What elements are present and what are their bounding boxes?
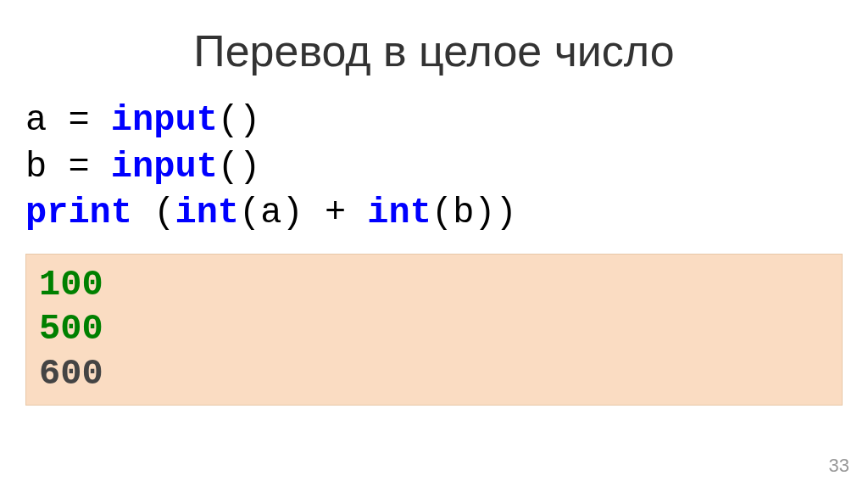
output-line-2: 500 [39,307,829,352]
code-text: (b)) [431,193,517,233]
keyword-print: print [25,193,153,233]
keyword-int: int [175,193,239,233]
keyword-input: input [111,147,218,188]
code-text: () [218,100,260,141]
code-text: () [218,147,260,188]
slide-title: Перевод в целое число [0,0,868,98]
code-text: ( [153,193,175,233]
code-line-2: b = input() [25,144,868,191]
code-text: b = [25,147,111,188]
keyword-input: input [111,100,218,141]
code-text: a = [25,100,111,141]
code-line-3: print (int(a) + int(b)) [25,190,868,237]
keyword-int: int [367,193,431,233]
output-line-3: 600 [39,352,829,397]
output-box: 100 500 600 [25,254,843,406]
page-number: 33 [829,455,849,477]
output-line-1: 100 [39,263,829,308]
code-line-1: a = input() [25,98,868,144]
code-text: (a) + [239,193,367,233]
code-block: a = input() b = input() print (int(a) + … [0,98,868,237]
